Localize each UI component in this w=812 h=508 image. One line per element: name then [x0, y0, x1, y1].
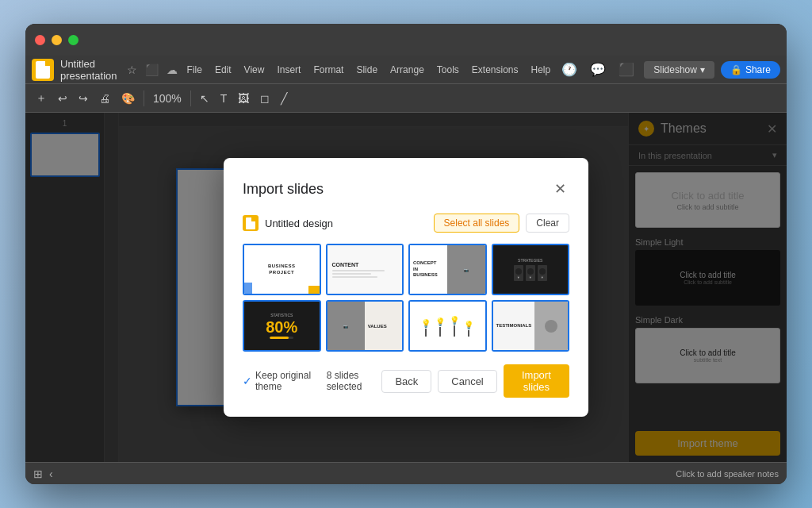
checkmark-icon: ✓ — [243, 375, 252, 387]
slides-selected-count: 8 slides selected — [327, 370, 376, 392]
menu-items: File Edit View Insert Format Slide Arran… — [181, 61, 557, 79]
shape-icon[interactable]: ◻ — [256, 90, 274, 107]
menu-arrange[interactable]: Arrange — [384, 61, 431, 79]
slide-card-2[interactable]: CONTENT — [326, 244, 404, 295]
toolbar-divider-2 — [190, 90, 191, 106]
cursor-icon[interactable]: ↖ — [196, 90, 213, 107]
present-icon[interactable]: ⬛ — [615, 59, 638, 80]
star-icon[interactable]: ☆ — [125, 62, 139, 78]
cloud-icon[interactable]: ☁ — [165, 62, 179, 78]
slide-card-8[interactable]: TESTIMONIALS — [492, 300, 570, 352]
menu-view[interactable]: View — [238, 61, 271, 79]
slide-card-4[interactable]: STRATEGIES ▼ — [492, 244, 570, 295]
text-icon[interactable]: T — [216, 90, 232, 107]
image-icon[interactable]: 🖼 — [234, 90, 253, 107]
menu-insert[interactable]: Insert — [270, 61, 307, 79]
modal-title: Import slides — [243, 181, 324, 198]
drive-icon[interactable]: ⬛ — [144, 62, 160, 78]
select-all-button[interactable]: Select all slides — [434, 214, 520, 233]
slide-card-5[interactable]: STATISTICS 80% — [243, 300, 321, 352]
print-icon[interactable]: 🖨 — [95, 90, 114, 107]
slide-card-1[interactable]: BUSINESSPROJECT — [243, 244, 321, 295]
source-icon — [243, 215, 259, 231]
statistics-percent: 80% — [266, 319, 297, 335]
select-buttons: Select all slides Clear — [434, 214, 569, 233]
keep-theme-option: ✓ Keep original theme — [243, 370, 327, 392]
lock-icon: 🔒 — [730, 64, 742, 75]
footer-right: 8 slides selected Back Cancel Import sli… — [327, 364, 569, 398]
menu-format[interactable]: Format — [307, 61, 350, 79]
cancel-button[interactable]: Cancel — [438, 370, 496, 393]
toolbar: ＋ ↩ ↪ 🖨 🎨 100% ↖ T 🖼 ◻ ╱ — [25, 84, 787, 113]
add-slide-icon[interactable]: ＋ — [32, 89, 51, 108]
modal-overlay: Import slides ✕ Untitled design Select a — [25, 113, 787, 462]
slides-grid: BUSINESSPROJECT — [243, 244, 569, 352]
comments-icon[interactable]: 💬 — [587, 59, 609, 80]
title-bar — [25, 24, 787, 56]
mac-window: Untitled presentation ☆ ⬛ ☁ File Edit Vi… — [25, 24, 787, 484]
traffic-light-red[interactable] — [35, 35, 45, 45]
slide-card-3[interactable]: CONCEPTINBUSINESS 📷 — [408, 244, 487, 295]
import-slides-modal: Import slides ✕ Untitled design Select a — [224, 158, 588, 417]
line-icon[interactable]: ╱ — [277, 90, 291, 107]
share-button[interactable]: 🔒 Share — [721, 61, 780, 79]
speaker-notes-text: Click to add speaker notes — [676, 469, 779, 479]
undo-icon[interactable]: ↩ — [54, 90, 71, 107]
modal-header: Import slides ✕ — [243, 177, 569, 201]
back-button[interactable]: Back — [381, 370, 431, 393]
slide-card-7[interactable]: 💡 💡 💡 — [408, 300, 487, 352]
toolbar-divider-1 — [144, 90, 144, 106]
main-area: 1 Click to add title ✦ Themes ✕ — [25, 113, 787, 462]
source-left: Untitled design — [243, 215, 333, 231]
traffic-light-green[interactable] — [68, 35, 79, 45]
history-icon[interactable]: 🕐 — [558, 59, 580, 80]
modal-source: Untitled design Select all slides Clear — [243, 214, 569, 233]
modal-close-button[interactable]: ✕ — [551, 177, 569, 201]
modal-footer: ✓ Keep original theme 8 slides selected … — [243, 364, 569, 398]
slide-card-6[interactable]: 📷 VALUES — [326, 300, 404, 352]
header-right: 🕐 💬 ⬛ Slideshow ▾ 🔒 Share N — [558, 59, 787, 81]
zoom-control[interactable]: 100% — [149, 90, 186, 107]
menu-bar: Untitled presentation ☆ ⬛ ☁ File Edit Vi… — [25, 56, 787, 84]
presentation-title: Untitled presentation — [60, 58, 117, 82]
bottom-bar: ⊞ ‹ Click to add speaker notes — [25, 462, 787, 484]
import-slides-button[interactable]: Import slides — [504, 364, 569, 398]
menu-help[interactable]: Help — [525, 61, 557, 79]
menu-tools[interactable]: Tools — [431, 61, 465, 79]
traffic-light-yellow[interactable] — [52, 35, 62, 45]
paint-format-icon[interactable]: 🎨 — [117, 90, 139, 107]
chevron-down-icon: ▾ — [700, 64, 705, 75]
menu-file[interactable]: File — [181, 61, 209, 79]
app-icon — [32, 59, 54, 81]
redo-icon[interactable]: ↪ — [75, 90, 92, 107]
collapse-icon[interactable]: ‹ — [49, 468, 53, 480]
source-name: Untitled design — [265, 217, 333, 229]
menu-extensions[interactable]: Extensions — [465, 61, 525, 79]
title-icons: ☆ ⬛ ☁ — [125, 62, 179, 78]
clear-button[interactable]: Clear — [526, 214, 569, 233]
menu-slide[interactable]: Slide — [350, 61, 384, 79]
menu-edit[interactable]: Edit — [209, 61, 238, 79]
app-content: Untitled presentation ☆ ⬛ ☁ File Edit Vi… — [25, 56, 787, 484]
slideshow-button[interactable]: Slideshow ▾ — [644, 61, 714, 79]
grid-icon[interactable]: ⊞ — [33, 468, 43, 480]
